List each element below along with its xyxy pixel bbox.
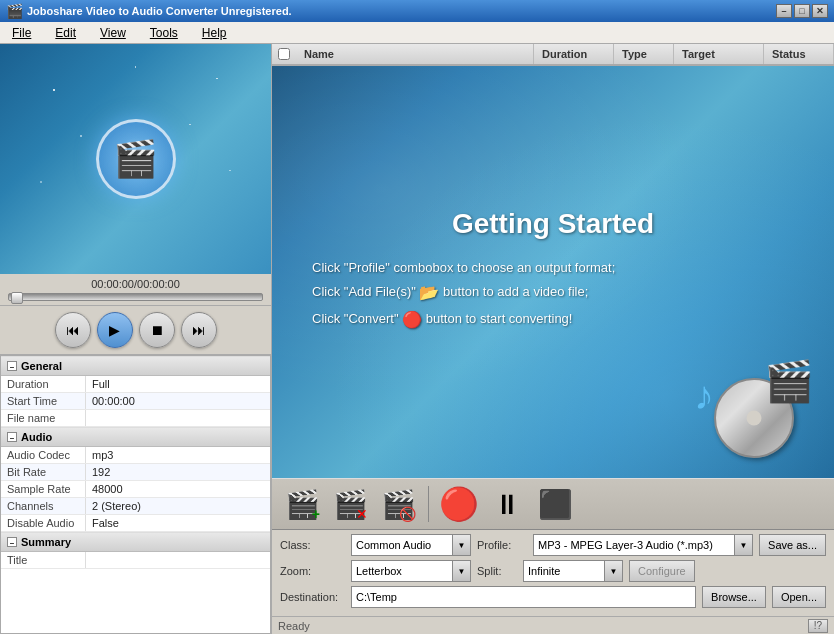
file-name-label: File name bbox=[1, 410, 86, 426]
zoom-split-row: Zoom: Letterbox ▼ Split: Infinite ▼ Conf… bbox=[280, 560, 826, 582]
getting-started-area: Getting Started Click "Profile" combobox… bbox=[272, 66, 834, 478]
class-value: Common Audio bbox=[352, 539, 452, 551]
getting-started-line3: Click "Convert" 🔴 button to start conver… bbox=[292, 310, 572, 329]
menu-tools[interactable]: Tools bbox=[138, 22, 190, 43]
select-all-checkbox[interactable] bbox=[278, 48, 290, 60]
close-button[interactable]: ✕ bbox=[812, 4, 828, 18]
music-note-icon: ♪ bbox=[694, 373, 714, 418]
clapboard-icon: 🎬 bbox=[764, 358, 814, 405]
toolbar-separator-1 bbox=[428, 486, 429, 522]
col-header-duration[interactable]: Duration bbox=[534, 44, 614, 64]
duration-value: Full bbox=[86, 376, 116, 392]
stop-button[interactable]: ⏹ bbox=[139, 312, 175, 348]
audio-codec-value: mp3 bbox=[86, 447, 119, 463]
bit-rate-value: 192 bbox=[86, 464, 116, 480]
toolbar: 🎬 + 🎬 ✕ 🎬 🚫 🔴 ⏸ ⬛ bbox=[272, 478, 834, 530]
zoom-dropdown-arrow[interactable]: ▼ bbox=[452, 561, 470, 581]
prop-start-time: Start Time 00:00:00 bbox=[1, 393, 270, 410]
save-as-button[interactable]: Save as... bbox=[759, 534, 826, 556]
destination-row: Destination: Browse... Open... bbox=[280, 586, 826, 608]
status-text: Ready bbox=[278, 620, 310, 632]
open-button[interactable]: Open... bbox=[772, 586, 826, 608]
status-right-indicator: !? bbox=[808, 619, 828, 633]
menu-help[interactable]: Help bbox=[190, 22, 239, 43]
maximize-button[interactable]: □ bbox=[794, 4, 810, 18]
convert-icon: 🔴 bbox=[439, 485, 479, 523]
prev-button[interactable]: ⏮ bbox=[55, 312, 91, 348]
status-bar: Ready !? bbox=[272, 616, 834, 634]
prop-title: Title bbox=[1, 552, 270, 569]
split-value: Infinite bbox=[524, 565, 604, 577]
add-overlay-icon: + bbox=[312, 506, 320, 522]
menu-file[interactable]: File bbox=[0, 22, 43, 43]
profile-value: MP3 - MPEG Layer-3 Audio (*.mp3) bbox=[534, 539, 734, 551]
pause-button[interactable]: ⏸ bbox=[485, 482, 529, 526]
menu-view[interactable]: View bbox=[88, 22, 138, 43]
class-dropdown-arrow[interactable]: ▼ bbox=[452, 535, 470, 555]
summary-toggle[interactable]: – bbox=[7, 537, 17, 547]
zoom-label: Zoom: bbox=[280, 565, 345, 577]
media-controls: ⏮ ▶ ⏹ ⏭ bbox=[0, 306, 271, 355]
audio-label: Audio bbox=[21, 431, 52, 443]
col-header-target[interactable]: Target bbox=[674, 44, 764, 64]
profile-label: Profile: bbox=[477, 539, 527, 551]
browse-button[interactable]: Browse... bbox=[702, 586, 766, 608]
add-file-button[interactable]: 🎬 + bbox=[280, 482, 324, 526]
menu-edit[interactable]: Edit bbox=[43, 22, 88, 43]
stop-convert-icon: ⬛ bbox=[538, 488, 573, 521]
prop-sample-rate: Sample Rate 48000 bbox=[1, 481, 270, 498]
destination-label: Destination: bbox=[280, 591, 345, 603]
bit-rate-label: Bit Rate bbox=[1, 464, 86, 480]
play-button[interactable]: ▶ bbox=[97, 312, 133, 348]
sample-rate-label: Sample Rate bbox=[1, 481, 86, 497]
col-header-status[interactable]: Status bbox=[764, 44, 834, 64]
main-layout: 00:00:00/00:00:00 ⏮ ▶ ⏹ ⏭ – General Dura… bbox=[0, 44, 834, 634]
properties-panel: – General Duration Full Start Time 00:00… bbox=[0, 355, 271, 634]
profile-dropdown-arrow[interactable]: ▼ bbox=[734, 535, 752, 555]
progress-bar-area: 00:00:00/00:00:00 bbox=[0, 274, 271, 306]
channels-label: Channels bbox=[1, 498, 86, 514]
col-header-name[interactable]: Name bbox=[296, 44, 534, 64]
check-col bbox=[272, 48, 296, 60]
general-label: General bbox=[21, 360, 62, 372]
convert-button[interactable]: 🔴 bbox=[437, 482, 481, 526]
destination-path-input[interactable] bbox=[351, 586, 696, 608]
section-general: – General bbox=[1, 356, 270, 376]
prop-audio-codec: Audio Codec mp3 bbox=[1, 447, 270, 464]
next-button[interactable]: ⏭ bbox=[181, 312, 217, 348]
preview-area bbox=[0, 44, 271, 274]
split-label: Split: bbox=[477, 565, 517, 577]
split-dropdown-arrow[interactable]: ▼ bbox=[604, 561, 622, 581]
duration-label: Duration bbox=[1, 376, 86, 392]
prop-bit-rate: Bit Rate 192 bbox=[1, 464, 270, 481]
file-list-area: Name Duration Type Target Status Getting… bbox=[272, 44, 834, 478]
audio-toggle[interactable]: – bbox=[7, 432, 17, 442]
zoom-dropdown[interactable]: Letterbox ▼ bbox=[351, 560, 471, 582]
no-video-button[interactable]: 🎬 🚫 bbox=[376, 482, 420, 526]
split-dropdown[interactable]: Infinite ▼ bbox=[523, 560, 623, 582]
seek-slider[interactable] bbox=[8, 293, 263, 301]
disable-audio-label: Disable Audio bbox=[1, 515, 86, 531]
menu-bar: File Edit View Tools Help bbox=[0, 22, 834, 44]
start-time-value: 00:00:00 bbox=[86, 393, 141, 409]
stop-convert-button[interactable]: ⬛ bbox=[533, 482, 577, 526]
profile-dropdown[interactable]: MP3 - MPEG Layer-3 Audio (*.mp3) ▼ bbox=[533, 534, 753, 556]
getting-started-line1: Click "Profile" combobox to choose an ou… bbox=[292, 260, 615, 275]
class-dropdown[interactable]: Common Audio ▼ bbox=[351, 534, 471, 556]
getting-started-line2: Click "Add File(s)" 📂 button to add a vi… bbox=[292, 283, 588, 302]
time-display: 00:00:00/00:00:00 bbox=[8, 278, 263, 290]
no-video-overlay-icon: 🚫 bbox=[399, 506, 416, 522]
seek-thumb[interactable] bbox=[11, 292, 23, 304]
minimize-button[interactable]: – bbox=[776, 4, 792, 18]
title-icon: 🎬 bbox=[6, 3, 23, 19]
class-label: Class: bbox=[280, 539, 345, 551]
remove-file-button[interactable]: 🎬 ✕ bbox=[328, 482, 372, 526]
summary-label: Summary bbox=[21, 536, 71, 548]
configure-button[interactable]: Configure bbox=[629, 560, 695, 582]
audio-codec-label: Audio Codec bbox=[1, 447, 86, 463]
start-time-label: Start Time bbox=[1, 393, 86, 409]
general-toggle[interactable]: – bbox=[7, 361, 17, 371]
left-panel: 00:00:00/00:00:00 ⏮ ▶ ⏹ ⏭ – General Dura… bbox=[0, 44, 272, 634]
window-buttons: – □ ✕ bbox=[776, 4, 828, 18]
col-header-type[interactable]: Type bbox=[614, 44, 674, 64]
